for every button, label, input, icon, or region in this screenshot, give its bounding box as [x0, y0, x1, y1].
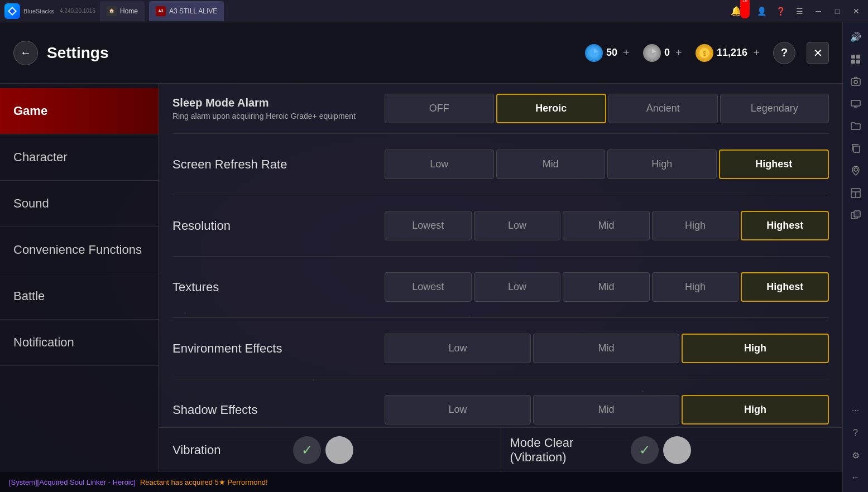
textures-option-highest[interactable]: Highest	[741, 272, 829, 302]
svg-rect-11	[856, 60, 860, 64]
environment-effects-row: Environment Effects Low Mid High	[172, 318, 829, 379]
refresh-option-high[interactable]: High	[607, 149, 717, 179]
nav-item-notification[interactable]: Notification	[0, 320, 159, 366]
settings-close-button[interactable]: ✕	[807, 42, 829, 64]
bluestacks-version: 4.240.20.1016	[60, 8, 95, 14]
vibration-area: Vibration ✓ Mode Clear (Vibration)	[159, 427, 842, 472]
blue-diamond-plus[interactable]: +	[621, 47, 632, 59]
nav-label-convenience: Convenience Functions	[13, 243, 142, 257]
shadow-effects-label: Shadow Effects	[172, 403, 385, 417]
currency-bar: 50 + 0 +	[585, 42, 829, 64]
close-btn[interactable]: ✕	[849, 4, 864, 18]
shadow-option-high[interactable]: High	[682, 395, 829, 425]
resolution-option-lowest[interactable]: Lowest	[385, 211, 472, 240]
screen-refresh-label: Screen Refresh Rate	[172, 157, 385, 172]
rs-more-btn[interactable]: ···	[846, 401, 866, 421]
rs-camera-btn[interactable]	[846, 71, 866, 91]
svg-rect-14	[851, 100, 860, 106]
tab-a3[interactable]: A3 A3 STILL ALIVE	[149, 1, 224, 21]
rs-location-btn[interactable]	[846, 161, 866, 181]
rs-layout-btn[interactable]	[846, 183, 866, 203]
bottom-status-bar: [System][Acquired Soul Linker - Heroic] …	[0, 472, 842, 492]
tab-home[interactable]: 🏠 Home	[100, 1, 145, 21]
rs-settings-btn[interactable]: ⚙	[846, 445, 866, 465]
alarm-option-off[interactable]: OFF	[385, 94, 494, 123]
hamburger-btn[interactable]: ☰	[792, 4, 807, 18]
env-option-high[interactable]: High	[682, 334, 829, 363]
rs-folder-btn[interactable]	[846, 116, 866, 136]
acquired-message: Reactant has acquired 5★ Perrormond!	[140, 478, 268, 486]
textures-options: Lowest Low Mid High Highest	[385, 272, 829, 302]
refresh-option-highest[interactable]: Highest	[719, 149, 829, 179]
nav-item-character[interactable]: Character	[0, 134, 159, 181]
back-button[interactable]: ←	[13, 41, 38, 65]
settings-nav: Game Character Sound Convenience Functio…	[0, 84, 159, 492]
resolution-option-highest[interactable]: Highest	[741, 211, 829, 240]
resolution-option-low[interactable]: Low	[474, 211, 561, 240]
nav-item-sound[interactable]: Sound	[0, 181, 159, 227]
rs-question-btn[interactable]: ?	[846, 423, 866, 443]
resolution-option-high[interactable]: High	[652, 211, 739, 240]
mode-clear-circle-btn[interactable]	[663, 436, 691, 464]
a3-tab-icon: A3	[156, 6, 166, 16]
vibration-section-1: Vibration ✓	[172, 436, 492, 464]
home-tab-label: Home	[120, 7, 138, 15]
silver-diamond-plus[interactable]: +	[673, 47, 684, 59]
textures-option-low[interactable]: Low	[474, 272, 561, 302]
env-option-mid[interactable]: Mid	[533, 334, 679, 363]
help-btn[interactable]: ❓	[773, 4, 788, 18]
account-btn[interactable]: 👤	[754, 4, 769, 18]
vibration-section-2: Mode Clear (Vibration) ✓	[510, 436, 829, 465]
env-option-low[interactable]: Low	[385, 334, 531, 363]
vibration-check-icon: ✓	[301, 442, 313, 458]
screen-refresh-options: Low Mid High Highest	[385, 149, 829, 179]
nav-label-character: Character	[13, 150, 68, 164]
window-controls: 🔔 16 👤 ❓ ☰ ─ □ ✕	[729, 4, 864, 18]
settings-header: ← Settings 50 +	[0, 22, 842, 84]
alarm-option-ancient[interactable]: Ancient	[608, 94, 718, 123]
rs-volume-btn[interactable]: 🔊	[846, 27, 866, 47]
svg-rect-10	[851, 60, 855, 64]
settings-title: Settings	[47, 44, 576, 62]
alarm-label: Sleep Mode Alarm Ring alarm upon acquiri…	[172, 97, 385, 120]
shadow-option-low[interactable]: Low	[385, 395, 531, 425]
gold-amount: 11,216	[717, 47, 747, 59]
refresh-option-low[interactable]: Low	[385, 149, 494, 179]
resolution-option-mid[interactable]: Mid	[563, 211, 650, 240]
settings-panel: ← Settings 50 +	[0, 22, 842, 492]
back-icon: ←	[20, 46, 31, 59]
bluestacks-icon	[4, 3, 20, 19]
rs-multi-btn[interactable]	[846, 205, 866, 225]
refresh-option-mid[interactable]: Mid	[496, 149, 606, 179]
textures-option-lowest[interactable]: Lowest	[385, 272, 472, 302]
alarm-main-label: Sleep Mode Alarm	[172, 97, 385, 109]
alarm-option-heroic[interactable]: Heroic	[496, 94, 607, 123]
textures-option-high[interactable]: High	[652, 272, 739, 302]
rs-tv-btn[interactable]	[846, 94, 866, 114]
nav-label-battle: Battle	[13, 289, 45, 303]
nav-item-battle[interactable]: Battle	[0, 273, 159, 320]
nav-label-notification: Notification	[13, 335, 74, 349]
rs-back-btn[interactable]: ←	[846, 467, 866, 488]
alarm-options: OFF Heroic Ancient Legendary	[385, 94, 829, 123]
minimize-btn[interactable]: ─	[811, 4, 826, 18]
maximize-btn[interactable]: □	[830, 4, 845, 18]
resolution-options: Lowest Low Mid High Highest	[385, 211, 829, 240]
nav-item-convenience[interactable]: Convenience Functions	[0, 227, 159, 273]
game-area: ← Settings 50 +	[0, 22, 842, 492]
vibration-check-btn[interactable]: ✓	[293, 436, 321, 464]
screen-refresh-row: Screen Refresh Rate Low Mid High Highest	[172, 134, 829, 195]
help-button[interactable]: ?	[773, 42, 795, 64]
rs-copy-btn[interactable]	[846, 138, 866, 158]
mode-clear-check-btn[interactable]: ✓	[631, 436, 659, 464]
rs-grid-btn[interactable]	[846, 49, 866, 69]
alarm-option-legendary[interactable]: Legendary	[720, 94, 829, 123]
gold-plus[interactable]: +	[751, 47, 762, 59]
vibration-circle-btn[interactable]	[325, 436, 353, 464]
nav-item-game[interactable]: Game	[0, 88, 159, 134]
resolution-row: Resolution Lowest Low Mid High Highest	[172, 195, 829, 257]
shadow-option-mid[interactable]: Mid	[533, 395, 679, 425]
textures-option-mid[interactable]: Mid	[563, 272, 650, 302]
bluestacks-name: BlueStacks	[23, 8, 54, 15]
silver-diamond-amount: 0	[664, 47, 670, 59]
